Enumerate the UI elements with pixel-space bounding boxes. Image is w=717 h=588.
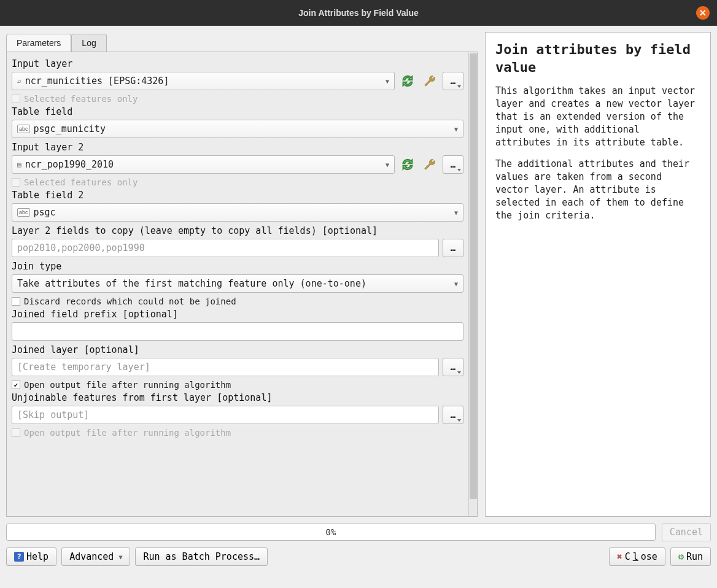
close-post: ose — [641, 551, 657, 562]
run-button-label: Run — [686, 551, 703, 562]
window-close-button[interactable]: ✕ — [696, 6, 710, 20]
tab-bar: Parameters Log — [6, 32, 478, 52]
discard-unjoined-label: Discard records which could not be joine… — [24, 296, 236, 306]
help-button[interactable]: ? Help — [6, 547, 56, 566]
join-type-label: Join type — [12, 261, 463, 272]
joined-prefix-label: Joined field prefix [optional] — [12, 309, 463, 320]
unjoinable-output-browse-button[interactable]: … — [443, 406, 463, 424]
dialog-content: Parameters Log Input layer ▱ ncr_municit… — [0, 26, 717, 588]
joined-layer-input[interactable] — [12, 358, 439, 376]
input-layer-value: ncr_municities [EPSG:4326] — [25, 75, 382, 87]
table-field2-value: psgc — [34, 207, 451, 218]
help-icon: ? — [14, 552, 24, 562]
input-layer2-browse-button[interactable]: … — [443, 155, 463, 174]
loop-icon — [401, 158, 414, 171]
wrench-icon — [423, 158, 436, 171]
chevron-down-icon: ▼ — [454, 280, 458, 287]
vertical-scrollbar[interactable] — [468, 52, 477, 516]
advanced-options-button[interactable] — [421, 72, 439, 90]
help-paragraph-2: The additional attributes and their valu… — [495, 158, 700, 222]
open-output-label-2: Open output file after running algorithm — [24, 428, 231, 438]
table-field2-label: Table field 2 — [12, 190, 463, 201]
run-icon: ⚙ — [678, 551, 684, 562]
polygon-layer-icon: ▱ — [17, 77, 21, 85]
joined-layer-label: Joined layer [optional] — [12, 344, 463, 355]
table-field-value: psgc_municity — [34, 123, 451, 134]
progress-bar: 0% — [6, 524, 656, 541]
joined-prefix-input[interactable] — [12, 322, 463, 341]
tab-log[interactable]: Log — [71, 34, 106, 52]
advanced-options-button-2[interactable] — [421, 155, 439, 174]
run-batch-button[interactable]: Run as Batch Process… — [135, 547, 268, 566]
dialog-window: Join Attributes by Field Value ✕ Paramet… — [0, 0, 717, 588]
input-layer-label: Input layer — [12, 58, 463, 69]
fields-to-copy-input[interactable] — [12, 239, 439, 257]
unjoinable-label: Unjoinable features from first layer [op… — [12, 392, 463, 403]
iterate-features-button-2[interactable] — [398, 155, 417, 174]
parameters-scroll: Input layer ▱ ncr_municities [EPSG:4326]… — [7, 52, 468, 516]
input-layer-browse-button[interactable]: … — [443, 72, 463, 90]
help-pane: Join attributes by field value This algo… — [485, 32, 711, 517]
chevron-down-icon: ▼ — [454, 209, 458, 216]
selected-features-checkbox-2 — [12, 178, 20, 187]
help-paragraph-1: This algorithm takes an input vector lay… — [495, 85, 700, 149]
selected-features-label-2: Selected features only — [24, 177, 138, 187]
parameters-panel: Input layer ▱ ncr_municities [EPSG:4326]… — [6, 52, 478, 517]
wrench-icon — [423, 74, 436, 88]
open-output-checkbox-1[interactable]: ✔ — [12, 381, 20, 389]
input-layer-combo[interactable]: ▱ ncr_municities [EPSG:4326] ▼ — [12, 72, 395, 90]
open-output-label-1: Open output file after running algorithm — [24, 380, 231, 390]
joined-layer-browse-button[interactable]: … — [443, 358, 463, 376]
table-layer-icon: ▤ — [17, 161, 21, 169]
run-button[interactable]: ⚙ Run — [670, 547, 711, 566]
table-field-combo[interactable]: abc psgc_municity ▼ — [12, 120, 463, 138]
table-field2-combo[interactable]: abc psgc ▼ — [12, 203, 463, 222]
text-field-icon: abc — [17, 208, 30, 217]
cancel-button: Cancel — [662, 523, 711, 541]
table-field-label: Table field — [12, 106, 463, 117]
input-layer2-label: Input layer 2 — [12, 142, 463, 153]
input-layer2-combo[interactable]: ▤ ncr_pop1990_2010 ▼ — [12, 155, 395, 174]
selected-features-checkbox-1 — [12, 95, 20, 103]
selected-features-label-1: Selected features only — [24, 94, 138, 104]
help-title: Join attributes by field value — [495, 41, 700, 76]
scrollbar-thumb[interactable] — [470, 53, 477, 499]
bottom-button-row: ? Help Advanced ▼ Run as Batch Process… … — [6, 547, 711, 566]
advanced-button-label: Advanced — [69, 551, 114, 562]
unjoinable-output-input[interactable] — [12, 406, 439, 424]
upper-panes: Parameters Log Input layer ▱ ncr_municit… — [6, 32, 711, 517]
close-pre: C — [625, 551, 630, 562]
input-layer2-value: ncr_pop1990_2010 — [25, 159, 382, 170]
close-underline: l — [633, 551, 638, 562]
open-output-checkbox-2 — [12, 428, 20, 437]
join-type-combo[interactable]: Take attributes of the first matching fe… — [12, 274, 463, 293]
close-button[interactable]: ✖ Close — [609, 547, 665, 566]
advanced-button[interactable]: Advanced ▼ — [61, 547, 130, 566]
help-button-label: Help — [26, 551, 48, 562]
progress-row: 0% Cancel — [6, 523, 711, 541]
join-type-value: Take attributes of the first matching fe… — [17, 278, 451, 289]
window-title: Join Attributes by Field Value — [298, 8, 419, 18]
progress-text: 0% — [325, 527, 336, 537]
chevron-down-icon: ▼ — [386, 161, 389, 168]
loop-icon — [401, 74, 414, 88]
fields-to-copy-label: Layer 2 fields to copy (leave empty to c… — [12, 225, 463, 236]
fields-to-copy-browse-button[interactable]: … — [443, 239, 463, 257]
close-icon: ✖ — [617, 551, 622, 562]
chevron-down-icon: ▼ — [454, 126, 458, 133]
iterate-features-button[interactable] — [398, 72, 417, 90]
chevron-down-icon: ▼ — [386, 78, 389, 85]
text-field-icon: abc — [17, 125, 30, 133]
tab-parameters[interactable]: Parameters — [6, 34, 71, 52]
discard-unjoined-checkbox[interactable] — [12, 297, 20, 306]
left-pane: Parameters Log Input layer ▱ ncr_municit… — [6, 32, 478, 517]
chevron-down-icon: ▼ — [118, 554, 122, 560]
titlebar: Join Attributes by Field Value ✕ — [0, 0, 717, 26]
